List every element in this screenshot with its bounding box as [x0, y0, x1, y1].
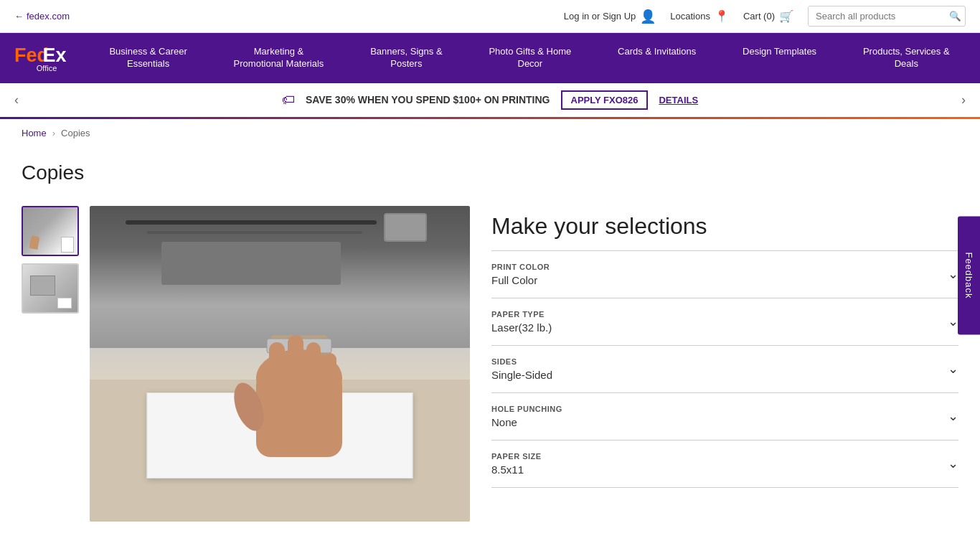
- nav-item-banners[interactable]: Banners, Signs &Posters: [362, 33, 451, 83]
- main-content: Make your selections PRINT COLOR Full Co…: [0, 206, 980, 550]
- paper-size-label: PAPER SIZE: [491, 452, 542, 461]
- paper-type-selector[interactable]: PAPER TYPE Laser(32 lb.) ⌄: [491, 298, 958, 346]
- product-image-sim: [90, 206, 470, 522]
- paper-size-chevron-icon: ⌄: [948, 456, 958, 471]
- svg-text:Ex: Ex: [43, 44, 67, 66]
- cart-icon: 🛒: [779, 9, 793, 23]
- main-product-image: [90, 206, 470, 522]
- selections-panel: Make your selections PRINT COLOR Full Co…: [491, 206, 958, 522]
- nav-items: Business & CareerEssentials Marketing &P…: [86, 33, 973, 83]
- thumbnail-1[interactable]: [22, 206, 79, 256]
- locations-link[interactable]: Locations 📍: [670, 9, 729, 23]
- promo-tag-icon: 🏷: [282, 93, 295, 108]
- paper-type-label: PAPER TYPE: [491, 310, 552, 319]
- back-arrow-icon: ←: [14, 11, 24, 22]
- search-input[interactable]: [809, 6, 943, 26]
- nav-item-products[interactable]: Products, Services &Deals: [854, 33, 958, 83]
- svg-rect-7: [269, 342, 285, 407]
- breadcrumb-home-link[interactable]: Home: [22, 128, 47, 138]
- hole-punching-chevron-icon: ⌄: [948, 408, 958, 424]
- nav-item-business[interactable]: Business & CareerEssentials: [100, 33, 195, 83]
- sides-chevron-icon: ⌄: [948, 361, 958, 377]
- search-icon: 🔍: [949, 11, 961, 22]
- nav-item-cards[interactable]: Cards & Invitations: [609, 33, 705, 83]
- selections-heading: Make your selections: [491, 213, 958, 240]
- print-color-value: Full Color: [491, 274, 550, 286]
- logo-sub: Office: [37, 64, 57, 72]
- page-header: Copies: [0, 147, 980, 206]
- cart-link[interactable]: Cart (0) 🛒: [743, 9, 793, 23]
- nav-item-photo[interactable]: Photo Gifts & HomeDecor: [480, 33, 580, 83]
- back-link[interactable]: ← fedex.com: [14, 11, 70, 22]
- hole-punching-selector[interactable]: HOLE PUNCHING None ⌄: [491, 393, 958, 441]
- product-gallery: [22, 206, 470, 522]
- sides-selector[interactable]: SIDES Single-Sided ⌄: [491, 346, 958, 393]
- print-color-content: PRINT COLOR Full Color: [491, 263, 550, 286]
- sides-value: Single-Sided: [491, 369, 552, 381]
- promo-next-button[interactable]: ›: [961, 93, 966, 108]
- svg-rect-8: [288, 335, 303, 403]
- print-color-chevron-icon: ⌄: [948, 266, 958, 282]
- paper-size-selector[interactable]: PAPER SIZE 8.5x11 ⌄: [491, 441, 958, 488]
- print-color-label: PRINT COLOR: [491, 263, 550, 271]
- hole-punching-value: None: [491, 416, 562, 428]
- hole-punching-label: HOLE PUNCHING: [491, 405, 562, 413]
- promo-prev-button[interactable]: ‹: [14, 93, 19, 108]
- paper-type-content: PAPER TYPE Laser(32 lb.): [491, 310, 552, 334]
- promo-code-button[interactable]: APPLY FXO826: [561, 90, 649, 110]
- paper-size-value: 8.5x11: [491, 463, 542, 476]
- nav-bar: Fed Ex Office Business & CareerEssential…: [0, 33, 980, 83]
- svg-rect-10: [324, 353, 336, 407]
- search-box[interactable]: 🔍: [808, 6, 966, 27]
- page-title: Copies: [22, 161, 958, 184]
- location-icon: 📍: [715, 9, 729, 23]
- paper-type-chevron-icon: ⌄: [948, 314, 958, 329]
- print-color-selector[interactable]: PRINT COLOR Full Color ⌄: [491, 251, 958, 298]
- sides-label: SIDES: [491, 357, 552, 366]
- svg-rect-9: [306, 342, 321, 405]
- hole-punching-content: HOLE PUNCHING None: [491, 405, 562, 428]
- promo-text: SAVE 30% WHEN YOU SPEND $100+ ON PRINTIN…: [306, 94, 550, 105]
- logo[interactable]: Fed Ex Office: [7, 38, 86, 78]
- sides-content: SIDES Single-Sided: [491, 357, 552, 381]
- promo-details-link[interactable]: DETAILS: [659, 95, 698, 105]
- machine-illustration: [90, 206, 470, 348]
- thumbnails: [22, 206, 79, 522]
- nav-item-marketing[interactable]: Marketing &Promotional Materials: [225, 33, 333, 83]
- paper-size-content: PAPER SIZE 8.5x11: [491, 452, 542, 476]
- user-icon: 👤: [640, 9, 656, 24]
- breadcrumb-current: Copies: [61, 128, 90, 138]
- login-link[interactable]: Log in or Sign Up 👤: [564, 9, 656, 24]
- top-bar-right: Log in or Sign Up 👤 Locations 📍 Cart (0)…: [564, 6, 966, 27]
- search-button[interactable]: 🔍: [943, 6, 966, 26]
- thumbnail-2[interactable]: [22, 263, 79, 314]
- paper-type-value: Laser(32 lb.): [491, 321, 552, 334]
- promo-banner: ‹ 🏷 SAVE 30% WHEN YOU SPEND $100+ ON PRI…: [0, 83, 980, 119]
- breadcrumb-separator: ›: [52, 128, 55, 138]
- feedback-button[interactable]: Feedback: [958, 216, 980, 334]
- top-bar: ← fedex.com Log in or Sign Up 👤 Location…: [0, 0, 980, 33]
- nav-item-design[interactable]: Design Templates: [734, 33, 825, 83]
- breadcrumb: Home › Copies: [0, 119, 980, 147]
